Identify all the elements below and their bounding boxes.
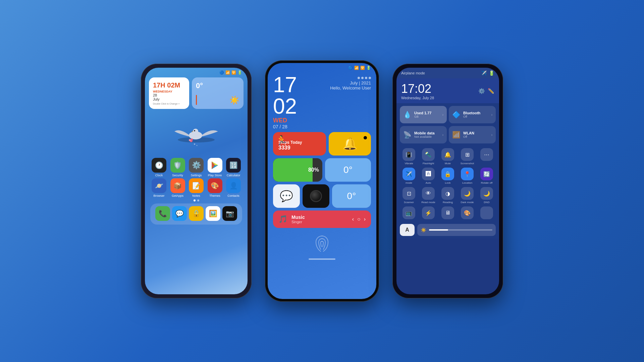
p3-btn-reading[interactable]: ◑ Reading [439, 187, 457, 204]
p3-btn-flashlight[interactable]: 🔦 Flashlight [419, 148, 437, 165]
p2-widget-row-3: 💬 0° [273, 184, 371, 208]
p1-app-calculator[interactable]: 🔢 Calculator [225, 158, 242, 177]
p2-music-widget[interactable]: 🎵 Music Singer ‹ ○ › [273, 210, 371, 228]
p2-battery-widget[interactable]: 80% [273, 158, 322, 182]
p1-app-contacts[interactable]: 👤 Contacts [225, 178, 242, 197]
p3-data-icon: 💧 [403, 111, 412, 119]
p2-dots-menu[interactable] [358, 74, 371, 79]
p2-msg-widget[interactable]: 💬 [273, 184, 300, 208]
p1-dock: 📞 💬 🔒 🖼️ 📷 [150, 203, 242, 225]
p1-app-settings[interactable]: ⚙️ Settings [187, 158, 205, 177]
p2-widget-row-2: 80% 0° [273, 158, 371, 182]
p2-prev-button[interactable]: ‹ [352, 216, 354, 222]
p2-fingerprint[interactable] [273, 235, 371, 256]
p3-btn-darkmode[interactable]: 🌙 Dark mode [458, 187, 476, 204]
p3-dnd-icon: 🌙 [480, 187, 493, 200]
p3-font-button[interactable]: A [400, 224, 415, 236]
p3-tile-mobiledata[interactable]: 📡 Mobile data Not available › [400, 126, 447, 143]
p3-screenshot-icon: ⊞ [461, 148, 474, 161]
p1-clock-day: WEDNESDAY [153, 90, 185, 93]
p3-brightness-control[interactable]: ☀️ [417, 224, 496, 236]
p3-btn-auto[interactable]: 🅰 Auto [419, 168, 437, 184]
p1-browser-icon: 🪐 [152, 178, 166, 193]
p2-battery-icon: 🔋 [366, 66, 371, 70]
p1-clock-widget[interactable]: 17H 02M WEDNESDAY 28 July Double Click t… [149, 77, 189, 109]
p3-big-time: 17:02 [401, 82, 434, 96]
svg-point-8 [194, 143, 195, 145]
p3-darkmode-icon: 🌙 [461, 187, 474, 200]
p3-btn-dnd[interactable]: 🌙 DND [478, 187, 496, 204]
p2-notification-widget[interactable]: 🔔 [329, 132, 371, 156]
p3-btn-mute[interactable]: 🔔 Mute [439, 148, 457, 165]
p3-tile-data[interactable]: 💧 Used 1.77 GB › [400, 106, 447, 123]
p3-vibrate-label: Vibrate [405, 162, 413, 165]
p1-calc-icon: 🔢 [226, 158, 241, 173]
p3-edit-icon[interactable]: ✏️ [488, 88, 494, 94]
p3-settings-icon[interactable]: ⚙️ [478, 88, 485, 94]
p3-wlan-sub: Off [463, 135, 489, 138]
p1-dock-gallery[interactable]: 🖼️ [205, 206, 221, 222]
p3-btn-screen[interactable]: 📺 [400, 206, 418, 219]
p2-weather-widget-2[interactable]: 0° [332, 184, 371, 208]
p3-bt-arrow-icon: › [491, 113, 492, 117]
p1-app-browser[interactable]: 🪐 Browser [150, 178, 168, 197]
p2-date: 07 / 28 [273, 124, 297, 129]
p1-status-bar: 🔵 📶 🛜 🔋 [145, 68, 248, 76]
p3-btn-lock[interactable]: 🔒 Lock [439, 168, 457, 184]
p3-btn-screenshot[interactable]: ⊞ Screenshot [458, 148, 476, 165]
p1-app-playstore[interactable]: Play Store [206, 158, 224, 177]
p3-btn-charge[interactable]: ⚡ [419, 206, 437, 219]
p3-btn-readmode[interactable]: 👁 Read mode [419, 187, 437, 204]
p3-brightness-icon: ☀️ [421, 227, 426, 233]
p1-clock-time: 17H 02M [153, 81, 185, 89]
p3-data-info: Used 1.77 GB [414, 111, 440, 118]
p1-app-security[interactable]: 🛡️ Security [169, 158, 186, 177]
p3-btn-palette[interactable]: 🎨 [458, 206, 476, 219]
p3-btn-extra1[interactable]: ⋯ [478, 148, 496, 165]
p1-battery-icon: 🔋 [237, 70, 242, 75]
p2-minute: 02 [273, 96, 297, 117]
p1-dock-phone[interactable]: 📞 [154, 206, 171, 222]
p3-btn-scanner[interactable]: ⊡ Scanner [400, 187, 418, 204]
p2-steps-widget[interactable]: 🏃 Steps Today 3339 [273, 132, 326, 156]
p3-btn-rotateoff[interactable]: 🔄 Rotate off [478, 168, 496, 184]
p2-menu-dot-1 [358, 77, 360, 79]
p1-camera-icon: 📷 [222, 206, 237, 221]
p1-app-clock[interactable]: 🕐 Clock [150, 158, 168, 177]
p2-weather-temp: 0° [343, 165, 353, 175]
p3-btn-display[interactable]: 🖥 [439, 206, 457, 219]
p2-weather-widget[interactable]: 0° [325, 158, 371, 182]
p1-dock-messages[interactable]: 💬 [171, 206, 188, 222]
p3-auto-label: Auto [426, 181, 431, 184]
p3-airplane-btn-label: mode [406, 181, 412, 184]
p3-btn-location[interactable]: 📍 Location [458, 168, 476, 184]
p3-wlan-arrow-icon: › [491, 133, 492, 137]
p1-app-notes[interactable]: 📝 Notes [187, 178, 205, 197]
p2-music-note-icon: 🎵 [278, 215, 287, 224]
p2-next-button[interactable]: › [364, 216, 366, 222]
p3-btn-more[interactable] [478, 206, 496, 219]
p1-clock-month: July [153, 97, 185, 101]
svg-point-9 [197, 145, 198, 146]
p2-music-title: Music [291, 215, 348, 220]
p1-weather-widget[interactable]: 0° ☀️ [192, 77, 244, 109]
p3-tile-bluetooth[interactable]: 🔷 Bluetooth Off › [449, 106, 496, 123]
phone-1: 🔵 📶 🛜 🔋 17H 02M WEDNESDAY 28 July Double… [141, 64, 252, 298]
p3-tile-wlan[interactable]: 📶 WLAN Off › [449, 126, 496, 143]
p2-play-button[interactable]: ○ [357, 216, 361, 222]
p1-dock-camera[interactable]: 📷 [221, 206, 238, 222]
p1-app-grid: 🕐 Clock 🛡️ Security ⚙️ Settings [149, 158, 244, 197]
p2-weather-temp-2: 0° [347, 191, 356, 201]
p2-cam-widget[interactable] [303, 184, 329, 208]
p3-btn-airplane[interactable]: ✈️ mode [400, 168, 418, 184]
p1-dock-safe[interactable]: 🔒 [188, 206, 205, 222]
p1-app-getapps[interactable]: 📦 GetApps [169, 178, 186, 197]
p1-app-settings-label: Settings [191, 174, 202, 177]
p1-app-themes[interactable]: 🎨 Themes [206, 178, 224, 197]
p3-mute-label: Mute [445, 162, 451, 165]
p3-readmode-label: Read mode [421, 201, 435, 204]
phone-1-screen: 🔵 📶 🛜 🔋 17H 02M WEDNESDAY 28 July Double… [145, 68, 248, 294]
p3-btn-vibrate[interactable]: 📳 Vibrate [400, 148, 418, 165]
p3-quick-tiles-2: 📡 Mobile data Not available › 📶 WLAN Off… [396, 126, 499, 146]
p2-main-content: 17 02 WED 07 / 28 July | 2021 Hello, Wel… [268, 71, 376, 262]
